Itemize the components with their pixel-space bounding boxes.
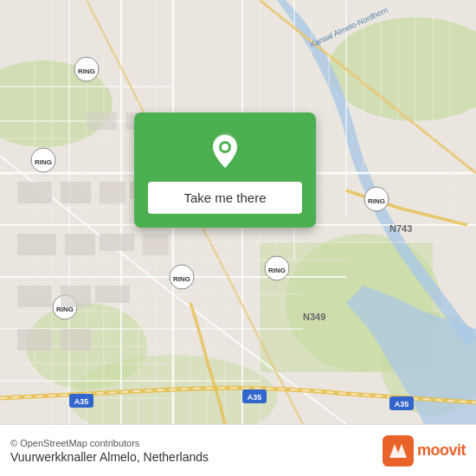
svg-rect-80 xyxy=(17,234,56,255)
svg-text:N743: N743 xyxy=(389,223,412,234)
svg-rect-84 xyxy=(17,286,52,307)
svg-text:RING: RING xyxy=(368,197,385,205)
svg-rect-85 xyxy=(61,286,91,307)
svg-text:RING: RING xyxy=(173,275,190,283)
map-container: RING RING RING RING RING RING N349 N743 … xyxy=(0,0,476,424)
svg-point-102 xyxy=(222,144,228,151)
take-me-there-button[interactable]: Take me there xyxy=(148,182,302,214)
svg-rect-103 xyxy=(383,435,414,466)
svg-rect-88 xyxy=(61,329,91,351)
svg-rect-77 xyxy=(61,182,91,203)
svg-rect-83 xyxy=(143,234,169,255)
svg-text:RING: RING xyxy=(268,267,286,274)
svg-rect-87 xyxy=(17,329,52,351)
osm-credit: © OpenStreetMap contributors xyxy=(10,438,209,448)
svg-rect-82 xyxy=(100,234,134,251)
svg-rect-86 xyxy=(95,286,130,303)
svg-rect-76 xyxy=(17,182,52,203)
bottom-bar: © OpenStreetMap contributors Vuurwerkkna… xyxy=(0,424,476,476)
bottom-info: © OpenStreetMap contributors Vuurwerkkna… xyxy=(10,438,209,464)
location-name: Vuurwerkknaller Almelo, Netherlands xyxy=(10,450,209,464)
moovit-brand-icon xyxy=(383,435,414,466)
svg-text:A35: A35 xyxy=(395,400,409,408)
moovit-logo: moovit xyxy=(383,435,466,466)
svg-rect-78 xyxy=(100,182,125,203)
svg-text:N349: N349 xyxy=(303,312,325,322)
location-card: Take me there xyxy=(134,113,316,228)
svg-text:RING: RING xyxy=(35,158,52,166)
svg-text:RING: RING xyxy=(78,68,95,75)
svg-text:A35: A35 xyxy=(248,393,262,402)
svg-text:A35: A35 xyxy=(74,397,89,406)
svg-rect-89 xyxy=(87,113,117,130)
moovit-label: moovit xyxy=(417,441,466,460)
pin-icon xyxy=(204,130,246,171)
svg-rect-81 xyxy=(65,234,95,255)
